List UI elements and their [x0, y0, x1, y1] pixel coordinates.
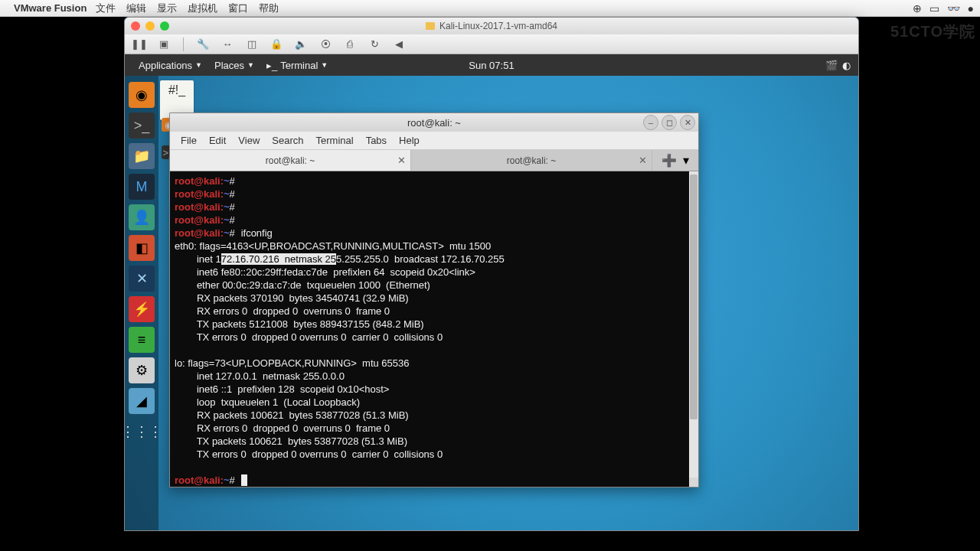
display-icon[interactable]: ▭: [929, 2, 939, 15]
sound-icon[interactable]: 🔈: [294, 37, 308, 51]
dock-tweak-icon[interactable]: ⚙: [129, 357, 155, 383]
panel-clock[interactable]: Sun 07:51: [469, 60, 514, 71]
minimize-window-icon[interactable]: [145, 21, 155, 31]
terminal-tabs: root@kali: ~ ✕ root@kali: ~ ✕ ➕ ▾: [170, 150, 698, 171]
dock-notes-icon[interactable]: ≡: [129, 327, 155, 353]
close-window-icon[interactable]: [131, 21, 140, 31]
menu-vm[interactable]: 虚拟机: [188, 2, 217, 15]
dock-firefox-icon[interactable]: ◉: [129, 82, 155, 108]
dock-terminal-icon[interactable]: >_: [129, 112, 155, 139]
terminal-window: root@kali: ~ – ◻ ✕ File Edit View Search…: [169, 112, 699, 487]
menu-edit[interactable]: 编辑: [126, 2, 146, 15]
terminal-panel-item[interactable]: ▸_ Terminal▼: [260, 60, 334, 71]
term-menu-terminal[interactable]: Terminal: [310, 135, 360, 146]
power-icon[interactable]: ◐: [842, 60, 851, 71]
term-menu-edit[interactable]: Edit: [203, 135, 232, 146]
tab-close-icon[interactable]: ✕: [397, 155, 406, 166]
dock-files-icon[interactable]: 📁: [129, 143, 155, 169]
printer-icon[interactable]: ⎙: [343, 37, 357, 51]
terminal-menubar: File Edit View Search Terminal Tabs Help: [170, 132, 698, 150]
terminal-body[interactable]: root@kali:~# root@kali:~# root@kali:~# r…: [170, 171, 698, 487]
usb-icon[interactable]: ⦿: [318, 37, 332, 51]
glasses-icon[interactable]: 👓: [947, 2, 960, 15]
video-icon[interactable]: 🎬: [825, 60, 838, 71]
menu-help[interactable]: 帮助: [259, 2, 279, 15]
mac-menubar: VMware Fusion 文件 编辑 显示 虚拟机 窗口 帮助 ⊕ ▭ 👓 ●: [0, 0, 980, 17]
dock-burp-icon[interactable]: ◧: [129, 235, 155, 261]
maximize-icon[interactable]: ◻: [662, 115, 677, 130]
tab-close-icon[interactable]: ✕: [639, 155, 647, 166]
lock-icon[interactable]: 🔒: [270, 37, 283, 51]
watermark: 51CTO学院: [890, 21, 975, 42]
term-menu-tabs[interactable]: Tabs: [360, 135, 393, 146]
term-menu-help[interactable]: Help: [393, 135, 426, 146]
dock-metasploit-icon[interactable]: M: [129, 174, 155, 200]
scrollbar-thumb[interactable]: [690, 174, 697, 419]
terminal-titlebar[interactable]: root@kali: ~ – ◻ ✕: [170, 113, 698, 132]
menu-file[interactable]: 文件: [96, 2, 116, 15]
menu-view[interactable]: 显示: [157, 2, 177, 15]
dock-faraday-icon[interactable]: ⚡: [129, 296, 155, 322]
dock-apps-grid-icon[interactable]: ⋮⋮⋮: [129, 419, 155, 445]
dock-user-icon[interactable]: 👤: [129, 204, 155, 230]
close-icon[interactable]: ✕: [680, 115, 695, 130]
resize-handle[interactable]: [689, 478, 698, 487]
terminal-tab-1[interactable]: root@kali: ~ ✕: [170, 150, 411, 171]
dock-wireshark-icon[interactable]: ✕: [129, 266, 155, 292]
kali-dock: ◉ >_ 📁 M 👤 ◧ ✕ ⚡ ≡ ⚙ ◢ ⋮⋮⋮: [125, 76, 158, 530]
term-menu-search[interactable]: Search: [266, 135, 309, 146]
vm-toolbar: ❚❚ ▣ 🔧 ↔ ◫ 🔒 🔈 ⦿ ⎙ ↻ ◀: [125, 34, 858, 54]
new-tab-icon[interactable]: ➕: [662, 153, 677, 168]
vm-titlebar[interactable]: Kali-Linux-2017.1-vm-amd64: [125, 18, 858, 34]
terminal-title: root@kali: ~: [407, 117, 461, 129]
snapshot-icon[interactable]: ▣: [157, 37, 171, 51]
places-menu[interactable]: Places▼: [208, 60, 260, 71]
vmware-window: Kali-Linux-2017.1-vm-amd64 ❚❚ ▣ 🔧 ↔ ◫ 🔒 …: [124, 17, 859, 531]
folder-icon: [426, 22, 435, 30]
tab-menu-icon[interactable]: ▾: [683, 153, 689, 168]
terminal-scrollbar[interactable]: [689, 171, 698, 478]
wrench-icon[interactable]: 🔧: [196, 37, 210, 51]
cycle-icon[interactable]: ↻: [368, 37, 381, 51]
bluetooth-icon[interactable]: ⊕: [913, 2, 922, 15]
minimize-icon[interactable]: –: [643, 115, 658, 130]
user-icon[interactable]: ●: [968, 2, 974, 15]
terminal-cursor: [241, 474, 247, 486]
applications-menu[interactable]: Applications▼: [132, 60, 208, 71]
pause-icon[interactable]: ❚❚: [132, 37, 146, 51]
dock-app-icon[interactable]: ◢: [129, 388, 155, 414]
maximize-window-icon[interactable]: [160, 21, 169, 31]
kali-desktop: Applications▼ Places▼ ▸_ Terminal▼ Sun 0…: [125, 54, 858, 530]
term-menu-file[interactable]: File: [175, 135, 203, 146]
terminal-icon: ▸_: [266, 60, 277, 71]
box-icon[interactable]: ◫: [245, 37, 259, 51]
terminal-tab-2[interactable]: root@kali: ~ ✕: [411, 150, 652, 171]
app-name[interactable]: VMware Fusion: [14, 2, 87, 14]
kali-top-panel: Applications▼ Places▼ ▸_ Terminal▼ Sun 0…: [125, 54, 858, 76]
chevron-left-icon[interactable]: ◀: [392, 37, 406, 51]
menu-window[interactable]: 窗口: [228, 2, 248, 15]
expand-icon[interactable]: ↔: [220, 37, 234, 51]
term-menu-view[interactable]: View: [232, 135, 266, 146]
vm-title-text: Kali-Linux-2017.1-vm-amd64: [439, 21, 557, 31]
